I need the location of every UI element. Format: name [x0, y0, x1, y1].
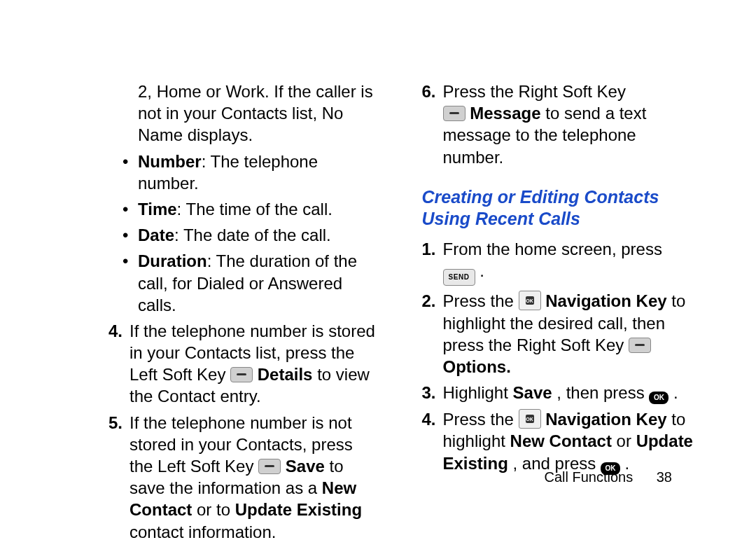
step-text: Press the [443, 410, 519, 429]
step-text: Press the [443, 291, 519, 310]
step-text: . [479, 261, 484, 280]
left-column: 2, Home or Work. If the caller is not in… [108, 81, 380, 540]
bullet-label: Date [138, 226, 174, 244]
step-bold: Details [258, 365, 313, 384]
creating-step-1: 1. From the home screen, press SEND . [422, 238, 694, 286]
right-soft-key-icon [443, 106, 465, 121]
footer-section-name: Call Functions [544, 469, 633, 485]
step-bold: Navigation Key [545, 410, 666, 429]
step-text: . [673, 383, 678, 402]
step-number: 2. [422, 290, 436, 312]
step-bold: Options. [443, 357, 511, 376]
step-bold: Save [513, 383, 552, 402]
step-number: 3. [422, 382, 436, 403]
creating-step-3: 3. Highlight Save , then press OK . [422, 382, 694, 404]
step-6: 6. Press the Right Soft Key Message to s… [422, 81, 694, 168]
step-5: 5. If the telephone number is not stored… [108, 412, 380, 540]
step-number: 5. [108, 412, 122, 434]
step-text: or to [197, 500, 235, 519]
step-bold: Navigation Key [545, 291, 666, 310]
page-number: 38 [657, 469, 672, 485]
bullet-date: Date: The date of the call. [108, 224, 380, 246]
step-text: or [617, 431, 636, 450]
right-soft-key-icon [629, 338, 651, 353]
step-number: 6. [422, 81, 436, 102]
page-footer: Call Functions 38 [544, 469, 672, 485]
step-text: From the home screen, press [443, 240, 662, 258]
step-text: Highlight [443, 383, 513, 402]
step-text: , then press [556, 383, 649, 402]
bullet-label: Time [138, 200, 177, 219]
bullet-label: Duration [138, 251, 207, 270]
bullet-label: Number [138, 152, 202, 171]
creating-step-4: 4. Press the Navigation Key to highlight… [422, 408, 694, 474]
navigation-key-icon [519, 409, 541, 429]
step-number: 1. [422, 238, 436, 260]
step-text: Press the Right Soft Key [443, 82, 626, 101]
document-page: 2, Home or Work. If the caller is not in… [0, 0, 756, 540]
step-number: 4. [108, 320, 122, 342]
step-bold: Save [286, 457, 325, 476]
bullet-time: Time: The time of the call. [108, 198, 380, 220]
creating-step-2: 2. Press the Navigation Key to highlight… [422, 290, 694, 378]
step-4: 4. If the telephone number is stored in … [108, 320, 380, 408]
bullet-text: : The date of the call. [174, 226, 331, 244]
left-soft-key-icon [230, 367, 253, 382]
ok-key-icon: OK [649, 392, 668, 404]
bullet-duration: Duration: The duration of the call, for … [108, 250, 380, 316]
bullet-number: Number: The telephone number. [108, 151, 380, 194]
step-bold: Message [470, 104, 540, 123]
intro-continuation: 2, Home or Work. If the caller is not in… [108, 81, 380, 146]
bullet-text: : The time of the call. [177, 200, 332, 219]
section-heading: Creating or Editing Contacts Using Recen… [422, 186, 694, 230]
navigation-key-icon [519, 291, 541, 310]
step-bold: Update Existing [235, 500, 362, 519]
step-number: 4. [422, 408, 436, 430]
step-text: contact information. [130, 522, 276, 540]
step-bold: New Contact [510, 431, 612, 450]
send-key-icon: SEND [443, 269, 475, 286]
left-soft-key-icon [258, 459, 281, 474]
